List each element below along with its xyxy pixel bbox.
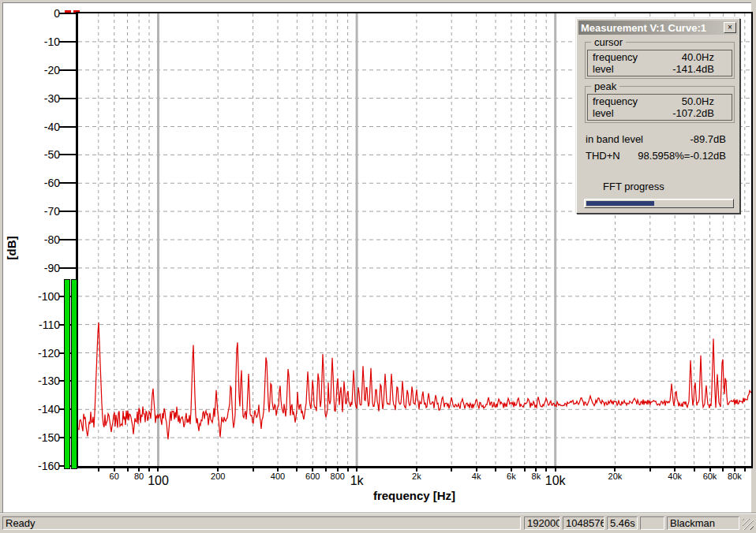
status-bar: Ready 192000 1048576 5.46s Blackman xyxy=(0,512,756,533)
y-tick-label: -60 xyxy=(3,177,60,190)
status-time: 5.46s xyxy=(607,516,638,530)
status-ready: Ready xyxy=(2,516,521,530)
y-tick-mark xyxy=(59,41,77,43)
x-axis-title: frequency [Hz] xyxy=(76,489,753,502)
in-band-level-label: in band level xyxy=(586,133,643,146)
y-tick-label: -100 xyxy=(3,290,60,304)
panel-title: Measurement V:1 Curve:1 xyxy=(578,22,724,34)
y-tick-label: -120 xyxy=(3,347,60,360)
cursor-frequency-value: 40.0Hz xyxy=(682,51,714,63)
cursor-level-value: -141.4dB xyxy=(672,63,714,75)
plot-client-area: 0-10-20-30-40-50-60-70-80-90-100-110-120… xyxy=(2,2,751,513)
fft-progress-label: FFT progress xyxy=(603,181,664,192)
status-window-function: Blackman xyxy=(667,516,739,530)
x-tick-label: 20k xyxy=(593,472,637,481)
y-tick-label: -30 xyxy=(3,92,60,106)
y-tick-mark xyxy=(59,126,77,128)
status-empty xyxy=(640,516,664,530)
y-tick-mark xyxy=(59,182,77,184)
x-tick-mark xyxy=(253,468,254,472)
x-tick-label: 80k xyxy=(713,472,756,481)
status-sample-rate: 192000 xyxy=(524,516,560,530)
x-tick-label: 10k xyxy=(533,474,578,488)
thd-n-value: 98.5958%=-0.12dB xyxy=(638,150,726,162)
in-band-level-row: in band level -89.7dB xyxy=(577,133,739,146)
cursor-group: cursor frequency 40.0Hz level -141.4dB xyxy=(585,42,735,79)
x-tick-label: 200 xyxy=(196,472,240,481)
panel-title-bar[interactable]: Measurement V:1 Curve:1 × xyxy=(578,20,738,35)
y-tick-label: -110 xyxy=(3,319,60,332)
y-tick-mark xyxy=(59,239,77,240)
y-tick-mark xyxy=(59,98,77,99)
cursor-frequency-row: frequency 40.0Hz xyxy=(588,51,732,63)
cursor-level-label: level xyxy=(593,63,614,75)
y-tick-label: -20 xyxy=(3,64,60,77)
y-tick-mark xyxy=(59,13,77,14)
measurement-panel: Measurement V:1 Curve:1 × cursor frequen… xyxy=(576,18,740,214)
x-tick-mark xyxy=(451,468,452,472)
y-tick-label: -130 xyxy=(3,375,60,388)
fft-progress-bar xyxy=(584,199,734,208)
cursor-frequency-label: frequency xyxy=(593,51,638,63)
peak-group-body: frequency 50.0Hz level -107.2dB xyxy=(587,94,732,121)
peak-group-label: peak xyxy=(591,80,619,92)
x-tick-label: 100 xyxy=(136,474,180,488)
peak-frequency-label: frequency xyxy=(593,95,638,107)
peak-level-label: level xyxy=(593,107,614,119)
y-tick-label: -140 xyxy=(3,403,60,416)
cursor-level-row: level -141.4dB xyxy=(588,63,732,75)
thd-n-row: THD+N 98.5958%=-0.12dB xyxy=(577,150,739,162)
peak-group: peak frequency 50.0Hz level -107.2dB xyxy=(585,86,735,123)
y-axis-title: [dB] xyxy=(5,229,18,267)
y-tick-mark xyxy=(59,267,77,269)
y-tick-label: -50 xyxy=(3,148,60,162)
thd-n-label: THD+N xyxy=(586,150,620,162)
y-tick-label: -40 xyxy=(3,121,60,134)
peak-frequency-row: frequency 50.0Hz xyxy=(588,95,732,107)
status-fft-size: 1048576 xyxy=(563,516,604,530)
resize-grip[interactable] xyxy=(743,519,754,530)
input-level-meter-right xyxy=(71,279,77,469)
input-level-meter-left xyxy=(64,279,70,469)
y-tick-mark xyxy=(59,211,77,212)
peak-frequency-value: 50.0Hz xyxy=(682,95,714,107)
in-band-level-value: -89.7dB xyxy=(690,133,726,146)
peak-level-row: level -107.2dB xyxy=(588,107,732,119)
peak-level-value: -107.2dB xyxy=(672,107,714,119)
y-tick-label: -160 xyxy=(3,460,60,473)
fft-progress-fill xyxy=(586,201,654,206)
cursor-group-label: cursor xyxy=(591,36,626,48)
y-tick-label: 0 xyxy=(3,7,60,20)
x-tick-label: 2k xyxy=(395,472,439,481)
x-tick-label: 1k xyxy=(335,474,379,488)
y-tick-mark xyxy=(59,69,77,71)
y-tick-label: -10 xyxy=(3,35,60,49)
y-tick-label: -70 xyxy=(3,205,60,218)
cursor-group-body: frequency 40.0Hz level -141.4dB xyxy=(587,50,732,76)
y-tick-label: -150 xyxy=(3,431,60,445)
close-icon[interactable]: × xyxy=(724,22,736,33)
y-tick-mark xyxy=(59,154,77,155)
x-tick-mark xyxy=(649,468,651,472)
app-window: 0-10-20-30-40-50-60-70-80-90-100-110-120… xyxy=(0,0,756,533)
